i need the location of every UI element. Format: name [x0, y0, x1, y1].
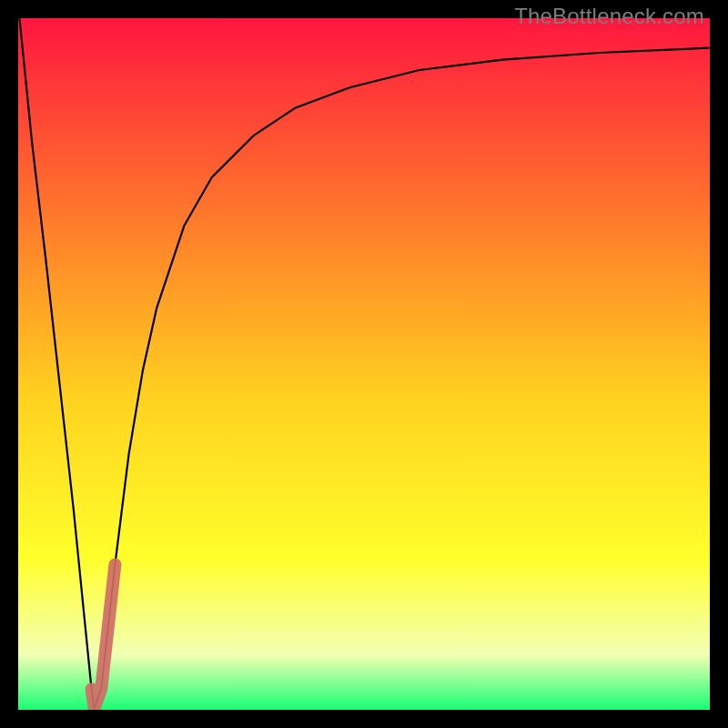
watermark-text: TheBottleneck.com: [514, 4, 704, 29]
gradient-background: [18, 18, 710, 710]
chart-frame: [18, 18, 710, 710]
bottleneck-plot: [18, 18, 710, 710]
